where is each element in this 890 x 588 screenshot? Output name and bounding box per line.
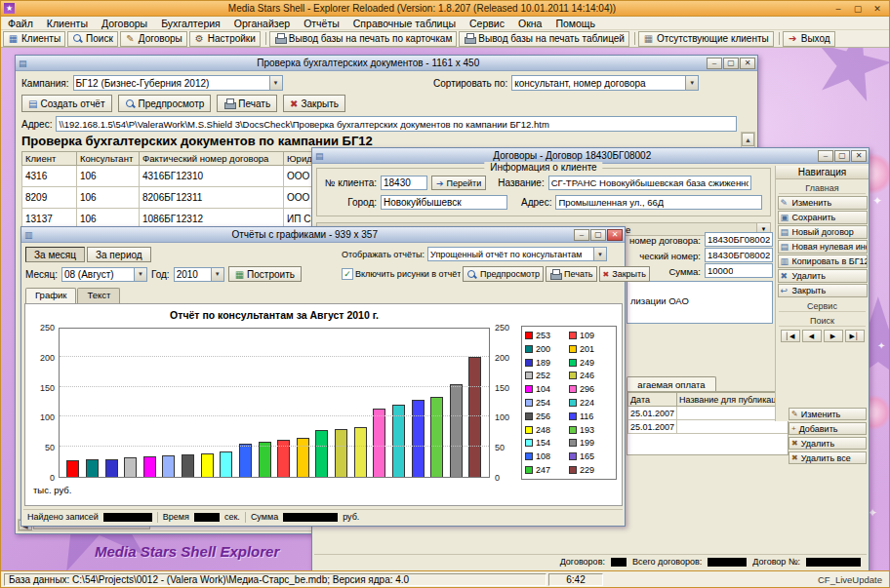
action-button[interactable]: ✎Изменить bbox=[789, 408, 867, 420]
sum-field[interactable]: 10000 bbox=[705, 263, 773, 278]
nav-button[interactable]: ✖Удалить bbox=[778, 269, 868, 283]
city-label: Город: bbox=[322, 197, 377, 208]
menu-item[interactable]: Органайзер bbox=[227, 18, 297, 29]
last-record-icon[interactable]: ▶│ bbox=[845, 330, 865, 342]
client-address-field[interactable]: Промышленная ул., 66Д bbox=[555, 195, 762, 210]
reports-maximize-button[interactable]: ▢ bbox=[590, 229, 606, 241]
redacted-value bbox=[103, 513, 152, 522]
nav-buttons: ✎Изменить▣Сохранить▤Новый договор▤Новая … bbox=[776, 196, 869, 297]
contracts-close-button[interactable]: ✕ bbox=[851, 150, 867, 162]
nav-button[interactable]: ▥Копировать в БГ12 bbox=[778, 255, 868, 268]
redacted-value bbox=[806, 558, 861, 567]
docs-close-button[interactable]: ✕ bbox=[740, 58, 755, 69]
contracts-minimize-button[interactable]: – bbox=[818, 150, 833, 162]
menu-item[interactable]: Отчёты bbox=[297, 18, 346, 29]
period-tab[interactable]: За период bbox=[87, 247, 151, 262]
chart-bar bbox=[354, 427, 367, 477]
report-type-select[interactable]: Упрощенный отчёт по консультантам ▼ bbox=[427, 247, 607, 261]
include-pictures-checkbox[interactable]: ✓ bbox=[342, 268, 353, 280]
previous-record-icon[interactable]: ◀ bbox=[802, 330, 822, 342]
menu-item[interactable]: Справочные таблицы bbox=[346, 18, 463, 29]
goto-client-button[interactable]: ➔ Перейти bbox=[431, 176, 486, 190]
report-close-button[interactable]: ✖ Закрыть bbox=[599, 266, 650, 282]
payments-row[interactable]: 25.01.2007 bbox=[628, 420, 789, 434]
docs-minimize-button[interactable]: – bbox=[707, 58, 722, 69]
action-button[interactable]: ✖Удалить все bbox=[789, 451, 867, 464]
action-button[interactable]: +Добавить bbox=[789, 422, 867, 435]
payments-row[interactable]: 25.01.2007 bbox=[628, 407, 789, 420]
client-name-field[interactable]: СГ-ТРАНС Новокуйбышевская база сжиженног… bbox=[548, 176, 751, 190]
nav-button[interactable]: ▣Сохранить bbox=[778, 211, 868, 224]
table-cell: 4316БГ12310 bbox=[140, 166, 284, 187]
toolbar-button-label: Настройки bbox=[208, 33, 256, 44]
toolbar-button-print-table[interactable]: Вывод базы на печать таблицей bbox=[459, 31, 629, 47]
toolbar-button-settings[interactable]: ⚙Настройки bbox=[189, 31, 261, 47]
minimize-icon[interactable]: – bbox=[831, 4, 845, 14]
client-no-field[interactable]: 18430 bbox=[381, 176, 427, 190]
toolbar-button-clients[interactable]: ▦Клиенты bbox=[3, 31, 65, 47]
year-select[interactable]: 2010 ▼ bbox=[174, 267, 224, 282]
menu-item[interactable]: Договоры bbox=[95, 18, 154, 29]
close-icon[interactable]: ✕ bbox=[870, 4, 884, 14]
build-button[interactable]: ▦ Построить bbox=[228, 266, 302, 282]
address-field[interactable]: \\192.168.1.5\54\P\ValeraWork\M.S.Shield… bbox=[56, 116, 737, 132]
payments-tab[interactable]: агаемая оплата bbox=[627, 376, 716, 391]
toolbar-button-contracts[interactable]: ✎Договоры bbox=[120, 31, 187, 47]
view-tab[interactable]: График bbox=[25, 288, 76, 303]
toolbar-button-search[interactable]: Поиск bbox=[67, 31, 118, 47]
reports-window-titlebar[interactable]: ▥ Отчёты с графиками - 939 x 357 – ▢ ✕ bbox=[21, 227, 625, 243]
first-record-icon[interactable]: │◀ bbox=[781, 330, 800, 342]
legend-swatch bbox=[525, 466, 533, 474]
nav-button[interactable]: ▤Новая нулевая информация bbox=[778, 240, 868, 254]
campaign-select[interactable]: БГ12 (Бизнес-Губерния 2012) ▼ bbox=[73, 75, 283, 91]
reports-minimize-button[interactable]: – bbox=[574, 229, 589, 241]
nav-button[interactable]: ▤Новый договор bbox=[778, 225, 868, 239]
main-titlebar[interactable]: ★ Media Stars Shell - Explorer Reloaded … bbox=[1, 1, 889, 17]
preview-button[interactable]: Предпросмотр bbox=[118, 95, 212, 112]
legend-item: 104 bbox=[525, 382, 569, 396]
period-tab[interactable]: За месяц bbox=[25, 247, 85, 262]
menu-item[interactable]: Сервис bbox=[463, 18, 511, 29]
nav-section-service: Сервис bbox=[779, 301, 866, 312]
city-field[interactable]: Новокуйбышевск bbox=[381, 195, 507, 210]
docs-maximize-button[interactable]: ▢ bbox=[723, 58, 739, 69]
close-button[interactable]: ✖ Закрыть bbox=[283, 95, 345, 112]
toolbar-button-print-cards[interactable]: Вывод базы на печать по карточкам bbox=[269, 31, 457, 47]
maximize-icon[interactable]: ▢ bbox=[851, 4, 865, 14]
legend-swatch bbox=[525, 426, 533, 434]
search-icon bbox=[72, 33, 83, 44]
create-report-button[interactable]: ▤ Создать отчёт bbox=[21, 95, 112, 112]
month-select[interactable]: 08 (Август) ▼ bbox=[61, 267, 147, 282]
next-record-icon[interactable]: ▶ bbox=[824, 330, 843, 342]
action-button[interactable]: ✖Удалить bbox=[789, 437, 867, 450]
sort-by-select[interactable]: консультант, номер договора ▼ bbox=[511, 75, 699, 91]
print-button[interactable]: Печать bbox=[217, 95, 277, 112]
nav-button[interactable]: ↩Закрыть bbox=[778, 284, 868, 297]
nav-button[interactable]: ✎Изменить bbox=[778, 196, 868, 210]
toolbar-button-exit[interactable]: ➔Выход bbox=[783, 31, 835, 47]
fact-no-field[interactable]: 18430БГ08002 bbox=[705, 248, 773, 262]
toolbar-button-absent-clients[interactable]: ▦Отсутствующие клиенты bbox=[638, 31, 774, 47]
menu-item[interactable]: Помощь bbox=[548, 18, 602, 29]
menu-item[interactable]: Бухгалтерия bbox=[154, 18, 227, 29]
chart-gridline bbox=[60, 415, 489, 416]
sum-value: 10000 bbox=[708, 265, 733, 276]
wallpaper-sparkle: ✦ bbox=[877, 340, 885, 351]
payments-actions: ✎Изменить+Добавить✖Удалить✖Удалить все bbox=[789, 408, 867, 464]
reports-close-button[interactable]: ✕ bbox=[607, 229, 623, 241]
menu-item[interactable]: Клиенты bbox=[40, 18, 95, 29]
scroll-up-icon[interactable]: ▲ bbox=[742, 133, 754, 146]
column-header: Фактический номер договора bbox=[140, 152, 284, 166]
report-print-button[interactable]: Печать bbox=[546, 266, 596, 282]
menu-item[interactable]: Окна bbox=[511, 18, 548, 29]
legend-swatch bbox=[569, 399, 577, 407]
client-name-value: СГ-ТРАНС Новокуйбышевская база сжиженног… bbox=[551, 177, 748, 188]
contracts-maximize-button[interactable]: ▢ bbox=[834, 150, 850, 162]
time-label: Время bbox=[163, 512, 189, 522]
menu-item[interactable]: Файл bbox=[1, 18, 40, 29]
contract-no-field[interactable]: 18430БГ08002 bbox=[705, 232, 773, 247]
docs-window-titlebar[interactable]: ▤ Проверка бухгалтерских документов - 11… bbox=[16, 56, 757, 71]
view-tab[interactable]: Текст bbox=[77, 288, 120, 303]
report-preview-button[interactable]: Предпросмотр bbox=[463, 266, 544, 282]
docs-window-title: Проверка бухгалтерских документов - 1161… bbox=[30, 58, 707, 68]
